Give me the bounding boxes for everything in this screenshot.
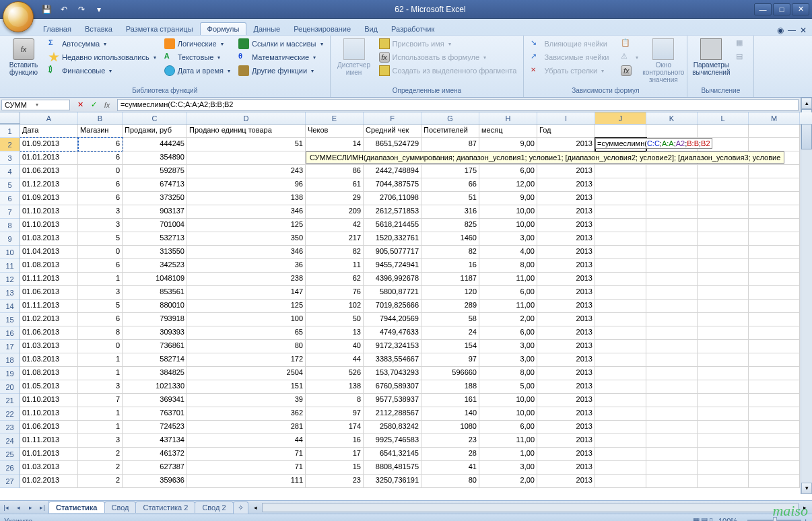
cell[interactable]: 3250,736191 xyxy=(364,475,421,488)
cell[interactable] xyxy=(749,475,800,488)
cell[interactable]: 3,00 xyxy=(479,461,537,475)
cell[interactable]: 3 xyxy=(78,380,123,394)
cell[interactable]: 8 xyxy=(78,326,123,340)
cell[interactable]: 175 xyxy=(421,165,479,178)
cell[interactable] xyxy=(646,300,698,313)
cell[interactable]: 40 xyxy=(306,340,364,353)
cell[interactable]: 71 xyxy=(187,448,306,461)
row-header[interactable]: 18 xyxy=(0,353,20,367)
cell[interactable]: 6 xyxy=(78,313,123,326)
sheet-tab[interactable]: Статистика 2 xyxy=(135,501,195,513)
cell[interactable]: 24 xyxy=(421,326,479,340)
cell[interactable] xyxy=(646,192,698,205)
cell[interactable] xyxy=(749,461,800,475)
vertical-scrollbar[interactable]: ▴ ▾ xyxy=(801,98,812,494)
cell[interactable]: 01.09.2013 xyxy=(20,192,78,205)
cell[interactable]: 526 xyxy=(306,367,364,380)
cell[interactable] xyxy=(749,219,800,232)
logical-button[interactable]: Логические xyxy=(162,37,233,50)
cell[interactable] xyxy=(749,394,800,407)
autosum-button[interactable]: Автосумма xyxy=(46,37,159,50)
cell[interactable]: 102 xyxy=(306,300,364,313)
cell[interactable]: 5,00 xyxy=(479,380,537,394)
cell[interactable]: Продано единиц товара xyxy=(187,125,306,138)
cell[interactable]: 9,00 xyxy=(479,192,537,205)
cell[interactable]: 36 xyxy=(187,259,306,273)
tab-layout[interactable]: Разметка страницы xyxy=(119,23,200,35)
cell[interactable] xyxy=(749,205,800,219)
cell[interactable]: 120 xyxy=(421,286,479,300)
cell[interactable]: 01.06.2013 xyxy=(20,286,78,300)
cell[interactable] xyxy=(698,273,749,286)
cell[interactable] xyxy=(595,421,646,434)
cell[interactable]: 42 xyxy=(306,219,364,232)
cell[interactable] xyxy=(646,353,698,367)
cell[interactable]: 16 xyxy=(421,259,479,273)
sheet-tab[interactable]: Статистика xyxy=(48,501,105,513)
cell[interactable]: 01.01.2013 xyxy=(20,448,78,461)
cell[interactable] xyxy=(698,353,749,367)
cell[interactable]: 350 xyxy=(187,232,306,246)
cell[interactable]: 11,00 xyxy=(479,300,537,313)
row-header[interactable]: 5 xyxy=(0,178,20,192)
cell[interactable]: 217 xyxy=(306,232,364,246)
cell[interactable]: 2013 xyxy=(537,394,595,407)
cell[interactable]: 01.09.2013 xyxy=(20,138,78,151)
cell[interactable]: 01.10.2013 xyxy=(20,394,78,407)
cell[interactable]: 1 xyxy=(78,353,123,367)
cell[interactable]: 138 xyxy=(187,192,306,205)
cell[interactable] xyxy=(698,407,749,421)
cell[interactable]: 7044,387575 xyxy=(364,178,421,192)
cell-edit-overlay[interactable]: =суммеслимн(C:C;A:A;A2;B:B;B2 xyxy=(595,138,712,149)
cell[interactable] xyxy=(646,273,698,286)
cell[interactable] xyxy=(749,246,800,259)
cell[interactable] xyxy=(646,407,698,421)
cell[interactable] xyxy=(595,259,646,273)
cell[interactable]: 1520,332761 xyxy=(364,232,421,246)
cell[interactable]: 7 xyxy=(78,394,123,407)
column-header[interactable]: C xyxy=(123,112,187,124)
cell[interactable] xyxy=(698,326,749,340)
cell[interactable]: 01.08.2013 xyxy=(20,367,78,380)
cell[interactable] xyxy=(595,192,646,205)
cell[interactable]: 1080 xyxy=(421,421,479,434)
cell[interactable]: 444245 xyxy=(123,138,187,151)
cell[interactable]: 384825 xyxy=(123,367,187,380)
cell[interactable]: 2013 xyxy=(537,448,595,461)
cell[interactable]: 2013 xyxy=(537,313,595,326)
tab-nav-next-icon[interactable]: ▸ xyxy=(24,501,36,514)
row-header[interactable]: 25 xyxy=(0,448,20,461)
cell[interactable]: 8651,524729 xyxy=(364,138,421,151)
cell[interactable]: 763701 xyxy=(123,407,187,421)
datetime-button[interactable]: Дата и время xyxy=(162,64,233,77)
row-header[interactable]: 24 xyxy=(0,434,20,448)
column-header[interactable]: E xyxy=(306,112,364,124)
row-header[interactable]: 20 xyxy=(0,380,20,394)
cell[interactable]: 1 xyxy=(78,367,123,380)
cell[interactable]: 627387 xyxy=(123,461,187,475)
row-header[interactable]: 2 xyxy=(0,138,20,151)
row-header[interactable]: 8 xyxy=(0,219,20,232)
cell[interactable] xyxy=(646,461,698,475)
more-button[interactable]: Другие функции xyxy=(236,64,326,77)
cell[interactable]: 01.01.2013 xyxy=(20,151,78,165)
horizontal-scrollbar[interactable] xyxy=(262,503,799,512)
tab-data[interactable]: Данные xyxy=(246,23,287,35)
column-header[interactable]: K xyxy=(646,112,698,124)
cell[interactable]: 3383,554667 xyxy=(364,353,421,367)
cell[interactable]: 6541,32145 xyxy=(364,448,421,461)
cell[interactable]: 50 xyxy=(306,313,364,326)
cell[interactable] xyxy=(698,232,749,246)
cell[interactable]: 11,00 xyxy=(479,434,537,448)
cell[interactable]: 2013 xyxy=(537,353,595,367)
cell[interactable] xyxy=(646,475,698,488)
cell[interactable]: 2013 xyxy=(537,192,595,205)
text-button[interactable]: Текстовые xyxy=(162,50,233,64)
cell[interactable] xyxy=(749,448,800,461)
cell[interactable]: 01.11.2013 xyxy=(20,273,78,286)
cell[interactable]: 2,00 xyxy=(479,475,537,488)
row-header[interactable]: 19 xyxy=(0,367,20,380)
cell[interactable]: 243 xyxy=(187,165,306,178)
cell[interactable]: 147 xyxy=(187,286,306,300)
cell[interactable]: 2013 xyxy=(537,367,595,380)
